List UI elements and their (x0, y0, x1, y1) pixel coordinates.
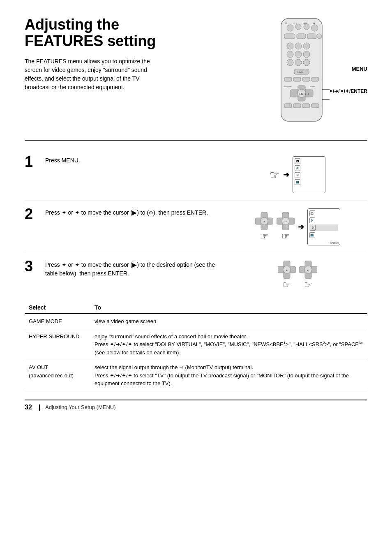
dpad-icon-1: ✦ (255, 212, 273, 230)
svg-rect-11 (307, 34, 316, 39)
step-3-number: 3 (25, 259, 45, 274)
menu-item-picture: 🖼 (295, 158, 323, 164)
step-1: 1 Press MENU. ☞ ➜ 🖼 🔊 (25, 149, 367, 201)
menu-item-setup: 📺 (295, 179, 323, 185)
svg-text:MENU: MENU (310, 86, 315, 88)
svg-rect-38 (311, 104, 319, 108)
svg-text:GAME: GAME (303, 22, 308, 24)
svg-rect-35 (284, 104, 292, 108)
svg-point-17 (295, 51, 302, 58)
svg-rect-27 (311, 77, 319, 81)
col-select-header: Select (25, 302, 90, 314)
svg-rect-37 (302, 104, 310, 108)
svg-rect-26 (302, 77, 310, 81)
svg-text:① ②: ① ② (293, 22, 297, 24)
svg-point-3 (304, 24, 309, 30)
menu-item-features: ⚙ (295, 172, 323, 178)
to-hyper-surround: enjoy "surround" sound effects of a conc… (90, 329, 367, 360)
select-hyper-surround: HYPER SURROUND (25, 329, 90, 360)
dpad-icon-2: ↩ (277, 212, 295, 230)
select-game-mode: GAME MODE (25, 314, 90, 329)
menu-item-2-setup: 📺 (309, 232, 338, 238)
svg-point-4 (311, 25, 318, 31)
picture-icon-2: 🖼 (309, 210, 315, 216)
svg-text:JUMP: JUMP (297, 71, 303, 74)
table-row: GAME MODE view a video game screen (25, 314, 367, 329)
svg-rect-25 (293, 77, 301, 81)
header-section: Adjusting the FEATURES setting The FEATU… (25, 16, 367, 141)
features-table: Select To GAME MODE view a video game sc… (25, 302, 367, 391)
svg-text:✦: ✦ (286, 269, 288, 272)
svg-rect-36 (293, 104, 301, 108)
remote-area: ✱ ① ② GAME ⏻ JU (236, 16, 367, 132)
svg-rect-9 (284, 34, 295, 39)
step-2-number: 2 (25, 207, 45, 222)
svg-text:DVD MENU: DVD MENU (284, 86, 292, 88)
step-3-visual: ✦ ☞ ↩ ☞ (228, 261, 367, 290)
sound-icon: 🔊 (295, 165, 300, 171)
svg-rect-10 (297, 34, 306, 39)
dpad-icon-3: ✦ (278, 261, 296, 279)
hand-icon-3a: ☞ (283, 280, 291, 290)
svg-text:ENTER: ENTER (299, 92, 309, 95)
menu-screen-1: 🖼 🔊 ⚙ 📺 (293, 156, 325, 193)
sound-icon-2: 🔊 (309, 217, 315, 223)
menu-item-sound: 🔊 (295, 165, 323, 171)
step-3: 3 Press ✦ or ✦ to move the cursor (▶) to… (25, 253, 367, 298)
table-row: AV OUT(advanced rec-out) select the sign… (25, 360, 367, 391)
footer-text: Adjusting Your Setup (MENU) (45, 404, 115, 410)
features-icon: ⚙ (295, 172, 300, 178)
step-2-text: Press ✦ or ✦ to move the cursor (▶) to (… (45, 208, 228, 217)
enter-indicator: ↩ENTER (328, 241, 339, 244)
svg-point-1 (287, 25, 293, 31)
dpad-icon-4: ↩ (299, 261, 317, 279)
page-description: The FEATURES menu allows you to optimize… (25, 57, 164, 92)
step-3-text: Press ✦ or ✦ to move the cursor (▶) to t… (45, 261, 228, 278)
page-title: Adjusting the FEATURES setting (25, 16, 224, 49)
table-section: Select To GAME MODE view a video game sc… (25, 302, 367, 391)
svg-text:↩: ↩ (307, 269, 309, 272)
remote-control-image: ✱ ① ② GAME ⏻ JU (261, 16, 343, 132)
step-2-visual: ✦ ☞ ↩ ☞ ➜ (228, 208, 367, 245)
svg-point-2 (295, 24, 301, 30)
svg-point-14 (295, 43, 302, 49)
step-1-visual: ☞ ➜ 🖼 🔊 ⚙ 📺 (228, 156, 367, 193)
svg-point-19 (287, 59, 293, 66)
title-desc: Adjusting the FEATURES setting The FEATU… (25, 16, 236, 92)
svg-text:⏻: ⏻ (313, 22, 315, 24)
setup-icon: 📺 (295, 179, 300, 185)
select-av-out: AV OUT(advanced rec-out) (25, 360, 90, 391)
svg-text:↩: ↩ (284, 220, 287, 223)
hand-icon-3b: ☞ (304, 280, 312, 290)
footer: 32 | Adjusting Your Setup (MENU) (25, 400, 367, 411)
steps-section: 1 Press MENU. ☞ ➜ 🖼 🔊 (25, 149, 367, 298)
svg-rect-24 (284, 77, 292, 81)
svg-point-15 (303, 43, 310, 49)
step-2: 2 Press ✦ or ✦ to move the cursor (▶) to… (25, 201, 367, 253)
footer-separator: | (39, 404, 40, 411)
step-1-text: Press MENU. (45, 156, 228, 165)
svg-point-13 (287, 43, 293, 49)
svg-point-18 (303, 51, 310, 58)
menu-item-2-features: ⚙ (309, 224, 338, 231)
step-1-number: 1 (25, 155, 45, 169)
hand-press-icon: ☞ (270, 168, 280, 182)
enter-label: ✦/➜/✦/✦/ENTER (329, 88, 367, 94)
svg-point-12 (317, 34, 322, 39)
page-container: Adjusting the FEATURES setting The FEATU… (25, 16, 367, 411)
menu-item-2-sound: 🔊 (309, 217, 338, 223)
svg-point-20 (295, 59, 302, 66)
svg-text:✱: ✱ (285, 22, 287, 24)
to-av-out: select the signal output through the ⇒ (… (90, 360, 367, 391)
table-header-row: Select To (25, 302, 367, 314)
setup-icon-2: 📺 (309, 232, 315, 238)
menu-label: MENU (352, 66, 367, 72)
svg-point-16 (287, 51, 293, 58)
arrow-icon-2: ➜ (298, 222, 304, 231)
hand-icon-2a: ☞ (260, 231, 268, 242)
menu-screen-2: 🖼 🔊 ⚙ 📺 ↩ENTER (307, 208, 340, 245)
menu-item-2-picture: 🖼 (309, 210, 338, 216)
features-icon-2: ⚙ (310, 225, 316, 231)
hand-icon-2b: ☞ (281, 231, 290, 242)
svg-text:✦: ✦ (263, 220, 265, 223)
